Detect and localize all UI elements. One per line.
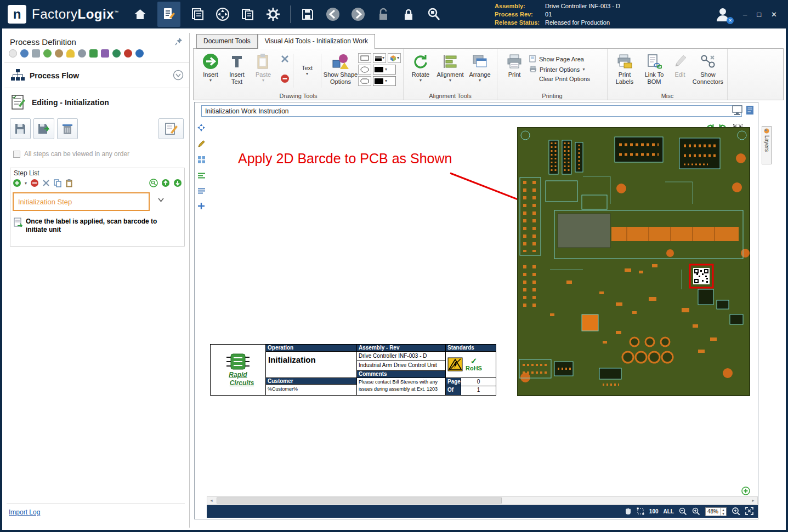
document-title-input[interactable]: Initialization Work Instruction — [201, 105, 742, 117]
horizontal-scrollbar[interactable]: ◄ ► — [207, 496, 758, 505]
zoom-spin-down-icon[interactable]: ▾ — [721, 512, 726, 516]
grid-tool-icon[interactable] — [197, 156, 206, 166]
any-order-checkbox[interactable] — [13, 151, 20, 158]
cut-step-icon[interactable] — [42, 179, 50, 188]
ellipse-shape-button[interactable] — [358, 65, 371, 75]
import-log-link[interactable]: Import Log — [9, 508, 40, 516]
pcb-image[interactable] — [517, 127, 750, 396]
zoom-spin-up-icon[interactable]: ▴ — [721, 508, 726, 512]
release-globe-icon[interactable] — [112, 49, 121, 58]
operator-icon[interactable] — [55, 49, 63, 58]
layers-tab[interactable]: Layers — [762, 126, 772, 164]
add-zone-icon[interactable] — [741, 487, 750, 497]
show-shape-options-button[interactable]: Show Shape Options — [323, 50, 358, 90]
reports-icon[interactable] — [240, 4, 256, 24]
fit-page-icon[interactable] — [745, 507, 753, 516]
shape-3d-button[interactable]: ▾ — [388, 53, 401, 63]
select-mode-icon[interactable] — [637, 507, 644, 516]
pin-icon[interactable] — [175, 37, 183, 47]
add-circle-icon[interactable] — [9, 49, 17, 58]
stage-icon[interactable] — [101, 49, 109, 58]
pan-tool-icon[interactable] — [197, 123, 206, 134]
arrange-button[interactable]: Arrange ▾ — [465, 50, 495, 90]
sign-off-button[interactable] — [158, 118, 184, 139]
save-import-button[interactable] — [33, 118, 54, 139]
close-button[interactable]: ✕ — [771, 10, 777, 19]
draw-tool-icon[interactable] — [197, 140, 205, 150]
insert-button[interactable]: Insert ▾ — [196, 50, 225, 90]
canvas-annotation-text[interactable]: Apply 2D Barcde to PCB as Shown — [238, 151, 452, 167]
back-icon[interactable] — [325, 4, 341, 24]
discard-button[interactable] — [57, 118, 78, 139]
zoom-out-icon[interactable] — [679, 507, 687, 516]
show-connectors-button[interactable]: Show Connectors — [691, 50, 725, 90]
link-to-bom-button[interactable]: Link To BOM — [639, 50, 669, 90]
production-icon[interactable] — [189, 4, 206, 24]
tab-visual-aid-tools[interactable]: Visual Aid Tools - Initialization Work — [258, 34, 375, 49]
remove-all-icon[interactable] — [280, 74, 290, 85]
step-collapse-chevron-icon[interactable] — [157, 197, 165, 204]
unlock-icon[interactable] — [375, 4, 392, 24]
align-lines-tool-icon[interactable] — [197, 171, 206, 181]
home-icon[interactable] — [132, 4, 149, 24]
line-style-button[interactable]: ▾ — [373, 53, 386, 63]
zoom-100-button[interactable]: 100 — [649, 508, 659, 514]
print-labels-button[interactable]: Print Labels — [610, 50, 639, 90]
forward-icon[interactable] — [350, 4, 366, 24]
show-page-area-button[interactable]: Show Page Area — [529, 55, 605, 64]
scroll-right-icon[interactable]: ► — [749, 497, 757, 504]
line-color-select[interactable]: ▾ — [373, 65, 396, 75]
printer-options-button[interactable]: Printer Options ▾ — [529, 66, 605, 73]
zoom-all-button[interactable]: ALL — [664, 508, 674, 514]
work-instruction-label-card[interactable]: Rapid Circuits Operation Initialization … — [210, 344, 496, 396]
fill-color-select[interactable]: ▾ — [373, 76, 396, 86]
target-icon[interactable] — [135, 49, 144, 58]
rotate-button[interactable]: Rotate ▾ — [406, 50, 435, 90]
zoom-level-spinner[interactable]: 48% ▴▾ — [705, 507, 727, 516]
person-icon[interactable] — [78, 49, 86, 58]
print-button[interactable]: Print — [500, 50, 529, 90]
add-step-icon[interactable] — [13, 179, 21, 189]
rounded-rect-shape-button[interactable] — [358, 76, 371, 86]
step-search-icon[interactable] — [149, 179, 158, 189]
edit-button[interactable]: Edit — [669, 50, 691, 90]
tab-document-tools[interactable]: Document Tools — [196, 34, 258, 49]
copy-step-icon[interactable] — [53, 179, 62, 189]
insert-text-button[interactable]: Insert Text — [225, 50, 248, 90]
minimize-button[interactable]: – — [743, 10, 747, 19]
process-flow-row[interactable]: Process Flow — [4, 64, 189, 88]
delete-shape-icon[interactable] — [281, 55, 289, 65]
lock-icon[interactable] — [400, 4, 417, 24]
preview-monitor-icon[interactable] — [732, 105, 742, 117]
rectangle-shape-button[interactable] — [358, 53, 371, 63]
print-flow-icon[interactable] — [32, 49, 40, 58]
web-icon[interactable] — [20, 49, 29, 58]
pan-mode-icon[interactable] — [624, 507, 632, 516]
paste-button[interactable]: Paste ▾ — [248, 50, 278, 90]
sync-icon[interactable] — [43, 49, 52, 58]
assign-icon[interactable] — [89, 49, 98, 58]
clear-print-options-button[interactable]: Clear Print Options — [529, 76, 605, 82]
settings-gear-icon[interactable] — [265, 4, 281, 24]
remove-step-icon[interactable] — [30, 179, 39, 189]
text-button[interactable]: Text ▾ — [295, 50, 319, 90]
audit-search-icon[interactable] — [426, 4, 442, 24]
process-editor-icon[interactable] — [157, 2, 180, 27]
save-icon[interactable] — [299, 4, 316, 24]
move-step-up-icon[interactable] — [161, 179, 170, 189]
navigator-icon[interactable] — [214, 4, 231, 24]
add-step-caret-icon[interactable]: ▾ — [25, 182, 27, 185]
edit-document-icon[interactable] — [746, 105, 755, 118]
scrollbar-thumb[interactable] — [217, 497, 502, 504]
record-icon[interactable] — [124, 49, 132, 58]
anchor-tool-icon[interactable] — [197, 202, 205, 212]
user-account-icon[interactable]: ✕ — [715, 6, 731, 22]
pawn-icon[interactable] — [66, 49, 75, 58]
expand-chevron-icon[interactable] — [173, 70, 184, 82]
zoom-selection-icon[interactable] — [732, 507, 740, 516]
maximize-button[interactable]: □ — [757, 10, 761, 19]
move-step-down-icon[interactable] — [173, 179, 182, 189]
zoom-in-icon[interactable] — [692, 507, 700, 516]
step-item-initialization[interactable]: Initialization Step — [13, 192, 150, 211]
save-process-button[interactable] — [10, 118, 31, 139]
